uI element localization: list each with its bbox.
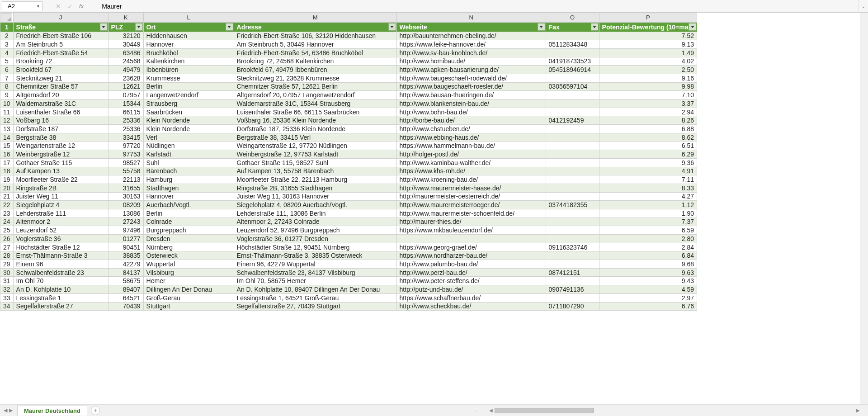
table-row[interactable]: 18Auf Kampen 1355758BärenbachAuf Kampen … (0, 167, 697, 175)
cell[interactable]: Luisenthaler Straße 66, 66115 Saarbrücke… (234, 108, 396, 116)
column-header-M[interactable]: M (234, 13, 396, 23)
cell[interactable]: http://www.chstueben.de/ (396, 125, 546, 133)
cell[interactable]: An D. Kohlplatte 10, 89407 Dillingen An … (234, 285, 396, 294)
cell[interactable]: 90451 (108, 243, 143, 251)
row-header[interactable]: 32 (0, 285, 14, 294)
column-header-P[interactable]: P (599, 13, 697, 23)
cell[interactable]: 23628 (108, 74, 143, 82)
cell[interactable]: http://www.peter-steffens.de/ (396, 277, 546, 285)
cell[interactable]: 22113 (108, 175, 143, 184)
cell[interactable]: 6,84 (599, 251, 697, 260)
cell[interactable] (546, 293, 599, 302)
cell[interactable]: 03056597104 (546, 82, 599, 91)
cell[interactable]: Friedrich-Ebert-Straße 106 (13, 32, 108, 40)
cell[interactable]: Stuttgart (143, 302, 234, 311)
cell[interactable]: 6,59 (599, 226, 697, 235)
column-header-K[interactable]: K (108, 13, 143, 23)
cell[interactable] (546, 260, 599, 269)
cell[interactable]: Weinbergstraße 12 (13, 150, 108, 159)
cell[interactable]: Siegelohplatz 4 (13, 201, 108, 209)
cell[interactable]: Stecknitzweg 21, 23628 Krummesse (234, 74, 396, 82)
row-header[interactable]: 34 (0, 302, 14, 311)
cell[interactable]: 98527 (108, 158, 143, 167)
table-row[interactable]: 7Stecknitzweg 2123628KrummesseStecknitzw… (0, 74, 697, 82)
cell[interactable]: Leuzendorf 52, 97496 Burgpreppach (234, 226, 396, 235)
cell[interactable]: Klein Nordende (143, 125, 234, 133)
cell[interactable]: Hiddenhausen (143, 32, 234, 40)
cell[interactable] (546, 74, 599, 82)
row-header[interactable]: 1 (0, 22, 14, 32)
cell[interactable]: 97496 (108, 226, 143, 235)
table-row[interactable]: 6Brookfeld 6749479IbbenbürenBrookfeld 67… (0, 66, 697, 74)
tab-nav-next-icon[interactable]: ▶ (9, 407, 13, 413)
cell[interactable]: Bergstraße 38, 33415 Verl (234, 133, 396, 142)
cell[interactable]: Moorfleeter Straße 22 (13, 175, 108, 184)
row-header[interactable]: 18 (0, 167, 14, 175)
cell[interactable]: 7,11 (599, 175, 697, 184)
accept-icon[interactable]: ✓ (67, 3, 73, 10)
row-header[interactable]: 15 (0, 142, 14, 150)
cell[interactable] (546, 108, 599, 116)
cell[interactable]: https://www.ebbing-haus.de/ (396, 133, 546, 142)
cell[interactable]: https://www.schaffnerbau.de/ (396, 293, 546, 302)
cell[interactable] (546, 277, 599, 285)
table-row[interactable]: 31Im Ohl 7058675HemerIm Ohl 70, 58675 He… (0, 277, 697, 285)
cell[interactable]: Juister Weg 11, 30163 Hannover (234, 192, 396, 201)
cell[interactable]: http://www.baugeschaeft-rodewald.de/ (396, 74, 546, 82)
cell[interactable]: 8,62 (599, 133, 697, 142)
cell[interactable]: http://www.maurermeisterroeger.de/ (396, 201, 546, 209)
cell[interactable]: Ringstraße 2B, 31655 Stadthagen (234, 184, 396, 192)
cell[interactable] (546, 217, 599, 226)
cell[interactable]: http://www.kaminbau-walther.de/ (396, 158, 546, 167)
row-header[interactable]: 12 (0, 116, 14, 125)
row-header[interactable]: 10 (0, 99, 14, 108)
table-header-N[interactable]: Webseite (396, 22, 546, 32)
vertical-scrollbar[interactable] (860, 13, 868, 404)
cell[interactable]: 2,84 (599, 243, 697, 251)
cell[interactable]: Waldemarstraße 31C, 15344 Strausberg (234, 99, 396, 108)
cell[interactable]: https://www.khs-rnh.de/ (396, 167, 546, 175)
cell[interactable]: 13086 (108, 209, 143, 217)
cell[interactable]: 49479 (108, 66, 143, 74)
cell[interactable]: Voßbarg 16 (13, 116, 108, 125)
row-header[interactable]: 8 (0, 82, 14, 91)
table-row[interactable]: 20Ringstraße 2B31655StadthagenRingstraße… (0, 184, 697, 192)
cell[interactable]: Verl (143, 133, 234, 142)
cell[interactable]: Dillingen An Der Donau (143, 285, 234, 294)
tab-scroll-split[interactable]: ⋮ (471, 408, 481, 413)
cell[interactable]: 9,68 (599, 260, 697, 269)
cell[interactable]: 63486 (108, 48, 143, 57)
cell[interactable] (546, 125, 599, 133)
cell[interactable]: 2,94 (599, 108, 697, 116)
row-header[interactable]: 22 (0, 201, 14, 209)
row-header[interactable]: 17 (0, 158, 14, 167)
cell[interactable]: Groß-Gerau (143, 293, 234, 302)
cell[interactable]: 97720 (108, 142, 143, 150)
cell[interactable]: 66115 (108, 108, 143, 116)
row-header[interactable]: 21 (0, 192, 14, 201)
cell[interactable]: Im Ohl 70, 58675 Hemer (234, 277, 396, 285)
table-row[interactable]: 8Chemnitzer Straße 5712621BerlinChemnitz… (0, 82, 697, 91)
expand-formula-icon[interactable]: ⌄ (859, 0, 868, 12)
table-row[interactable]: 2Friedrich-Ebert-Straße 10632120Hiddenha… (0, 32, 697, 40)
cell[interactable]: 01277 (108, 235, 143, 243)
cell[interactable]: 38835 (108, 251, 143, 260)
cell[interactable]: Schwalbenfeldstraße 23, 84137 Vilsbiburg (234, 268, 396, 277)
cell[interactable]: Nüdlingen (143, 142, 234, 150)
cell[interactable]: 1,49 (599, 48, 697, 57)
row-header[interactable]: 6 (0, 66, 14, 74)
column-header-L[interactable]: L (143, 13, 234, 23)
row-header[interactable]: 31 (0, 277, 14, 285)
cell[interactable]: http://www.perzl-bau.de/ (396, 268, 546, 277)
cell[interactable]: Voßbarg 16, 25336 Klein Nordende (234, 116, 396, 125)
cell[interactable]: http://www.palumbo-bau.de/ (396, 260, 546, 269)
cell[interactable]: Nürnberg (143, 243, 234, 251)
cell[interactable]: http://www.apken-bausanierung.de/ (396, 66, 546, 74)
table-row[interactable]: 27Höchstädter Straße 1290451NürnbergHöch… (0, 243, 697, 251)
cell[interactable] (546, 235, 599, 243)
cell[interactable]: Chemnitzer Straße 57, 12621 Berlin (234, 82, 396, 91)
cell[interactable]: 1,90 (599, 209, 697, 217)
cell[interactable]: Colnrade (143, 217, 234, 226)
cell[interactable]: 30163 (108, 192, 143, 201)
cell[interactable]: 9,43 (599, 277, 697, 285)
